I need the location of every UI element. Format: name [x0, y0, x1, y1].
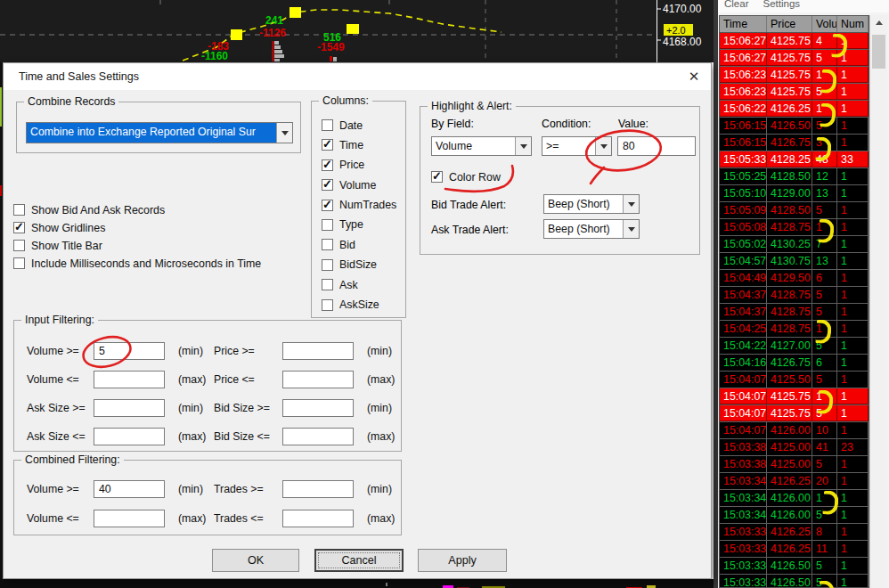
table-row[interactable]: 15:04:074125.5051	[720, 372, 869, 388]
table-row[interactable]: 15:06:274125.7551	[720, 50, 869, 67]
scrollbar[interactable]	[869, 15, 887, 588]
chevron-down-icon[interactable]	[623, 220, 639, 238]
ask-trade-alert-dropdown[interactable]: Beep (Short)	[543, 219, 640, 239]
table-row[interactable]: 15:04:224127.0051	[720, 338, 869, 355]
column-header-num[interactable]: Num	[837, 16, 869, 32]
checkbox-checked[interactable]	[431, 171, 443, 183]
column-header-price[interactable]: Price	[767, 16, 812, 32]
bid-trade-alert-dropdown[interactable]: Beep (Short)	[543, 194, 640, 214]
column-checkbox[interactable]: Type	[322, 219, 396, 231]
column-checkbox[interactable]: NumTrades	[322, 200, 396, 211]
checkbox-unchecked[interactable]	[13, 257, 25, 269]
input-filter-input[interactable]	[282, 342, 354, 360]
column-checkbox[interactable]: Time	[322, 139, 396, 151]
column-checkbox[interactable]: BidSize	[322, 259, 396, 271]
menu-item-clear[interactable]: Clear	[724, 0, 748, 12]
combined-filter-input[interactable]	[282, 480, 354, 498]
input-filter-input[interactable]	[282, 428, 354, 445]
column-header-volu[interactable]: Volu	[812, 16, 837, 32]
value-input[interactable]	[617, 136, 696, 156]
checkbox-unchecked[interactable]	[322, 279, 333, 290]
color-row-checkbox[interactable]: Color Row	[431, 171, 501, 183]
checkbox-unchecked[interactable]	[322, 299, 333, 311]
column-checkbox[interactable]: AskSize	[322, 299, 396, 311]
close-icon[interactable]: ✕	[685, 68, 703, 86]
column-checkbox[interactable]: Bid	[322, 239, 396, 250]
chevron-down-icon[interactable]	[595, 137, 611, 155]
display-option-checkbox[interactable]: Show Title Bar	[13, 240, 261, 251]
table-row[interactable]: 15:04:374128.7551	[720, 304, 869, 321]
table-row[interactable]: 15:06:154126.5051	[720, 118, 869, 135]
table-row[interactable]: 15:06:234125.7551	[720, 84, 869, 101]
table-row[interactable]: 15:03:334126.5051	[720, 575, 869, 588]
table-row[interactable]: 15:04:254128.7511	[720, 321, 869, 338]
combined-filter-input[interactable]	[282, 510, 354, 527]
table-row[interactable]: 15:03:334126.25111	[720, 541, 869, 558]
table-row[interactable]: 15:03:344126.0051	[720, 507, 869, 524]
dialog-titlebar[interactable]: Time and Sales Settings ✕	[4, 63, 711, 90]
table-row[interactable]: 15:04:574130.75131	[720, 253, 869, 270]
checkbox-unchecked[interactable]	[13, 240, 25, 251]
table-row[interactable]: 15:04:074126.00101	[720, 422, 869, 439]
checkbox-unchecked[interactable]	[13, 204, 25, 216]
checkbox-checked[interactable]	[13, 222, 25, 233]
column-checkbox[interactable]: Ask	[322, 279, 396, 290]
checkbox-unchecked[interactable]	[322, 259, 333, 271]
cancel-button[interactable]: Cancel	[314, 549, 404, 572]
checkbox-checked[interactable]	[322, 179, 333, 191]
table-row[interactable]: 15:06:274125.7541	[720, 33, 869, 50]
table-row[interactable]: 15:06:234125.7511	[720, 67, 869, 84]
checkbox-unchecked[interactable]	[322, 119, 333, 131]
table-row[interactable]: 15:05:024130.2571	[720, 236, 869, 253]
input-filter-input[interactable]	[282, 371, 354, 388]
table-row[interactable]: 15:04:074125.7511	[720, 388, 869, 405]
checkbox-checked[interactable]	[322, 159, 333, 171]
table-row[interactable]: 15:03:384125.0051	[720, 456, 869, 473]
chevron-down-icon[interactable]	[623, 195, 639, 213]
table-row[interactable]: 15:05:104129.00131	[720, 185, 869, 202]
table-row[interactable]: 15:05:254128.50121	[720, 168, 869, 185]
table-row[interactable]: 15:03:334126.2581	[720, 524, 869, 541]
table-row[interactable]: 15:05:084128.7511	[720, 219, 869, 236]
by-field-dropdown[interactable]: Volume	[431, 136, 532, 156]
scroll-up-icon[interactable]	[870, 15, 887, 30]
ok-button[interactable]: OK	[212, 549, 299, 572]
input-filter-input[interactable]	[94, 399, 165, 417]
table-row[interactable]: 15:03:344126.0011	[720, 490, 869, 507]
table-row[interactable]: 15:06:224126.2511	[720, 101, 869, 118]
checkbox-checked[interactable]	[322, 200, 333, 211]
table-row[interactable]: 15:04:074125.7551	[720, 405, 869, 422]
menu-item-settings[interactable]: Settings	[763, 0, 800, 12]
condition-dropdown[interactable]: >=	[542, 136, 612, 156]
checkbox-unchecked[interactable]	[322, 239, 333, 250]
input-filter-input[interactable]	[94, 428, 165, 445]
column-checkbox[interactable]: Price	[322, 159, 396, 171]
table-row[interactable]: 15:06:154126.7531	[720, 135, 869, 151]
column-checkbox[interactable]: Volume	[322, 179, 396, 191]
combine-records-dropdown[interactable]: Combine into Exchange Reported Original …	[26, 122, 293, 143]
display-option-checkbox[interactable]: Show Bid And Ask Records	[13, 204, 261, 216]
scrollbar-thumb[interactable]	[872, 35, 885, 69]
table-row[interactable]: 15:03:344126.25201	[720, 473, 869, 490]
column-checkbox[interactable]: Date	[322, 119, 396, 131]
table-row[interactable]: 15:03:384125.004123	[720, 439, 869, 456]
combined-filter-input[interactable]	[94, 480, 165, 498]
input-filter-input[interactable]	[94, 342, 165, 360]
chevron-down-icon[interactable]	[515, 137, 531, 155]
column-header-time[interactable]: Time	[720, 16, 767, 32]
table-row[interactable]: 15:05:094128.5051	[720, 202, 869, 219]
table-row[interactable]: 15:03:334126.5051	[720, 558, 869, 575]
display-option-checkbox[interactable]: Show Gridlines	[13, 222, 261, 233]
combined-filter-input[interactable]	[94, 510, 165, 527]
input-filter-input[interactable]	[282, 399, 354, 417]
table-row[interactable]: 15:05:334128.254833	[720, 151, 869, 168]
checkbox-unchecked[interactable]	[322, 219, 333, 231]
table-row[interactable]: 15:04:374128.7551	[720, 287, 869, 304]
chevron-down-icon[interactable]	[276, 123, 292, 143]
display-option-checkbox[interactable]: Include Milliseconds and Microseconds in…	[13, 257, 261, 269]
apply-button[interactable]: Apply	[418, 549, 507, 572]
table-row[interactable]: 15:04:164126.7561	[720, 355, 869, 372]
table-row[interactable]: 15:04:494129.5061	[720, 270, 869, 287]
input-filter-input[interactable]	[94, 371, 165, 388]
checkbox-checked[interactable]	[322, 139, 333, 151]
